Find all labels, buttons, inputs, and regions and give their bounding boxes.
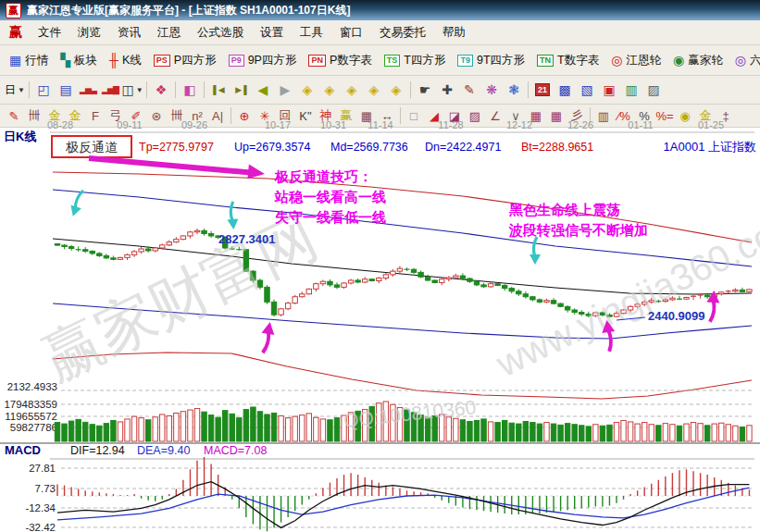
check-lines-button[interactable]: ∨ — [505, 106, 526, 125]
bow-tool-button[interactable]: 弓 — [106, 106, 126, 125]
next-bar-button[interactable]: ▶ — [274, 80, 296, 100]
menu-item-7[interactable]: 窗口 — [331, 22, 371, 43]
notes-button[interactable]: ▧ — [576, 80, 598, 100]
price-flag-button[interactable]: ‡ — [716, 106, 736, 125]
comb-2-button[interactable]: 卌 — [167, 106, 187, 125]
goto-last-button[interactable]: ▶▐ — [230, 80, 252, 100]
calculator-button[interactable]: ▩ — [554, 80, 576, 100]
gold-circle-button[interactable]: ◉ — [675, 106, 695, 125]
sectors-label: 板块 — [74, 53, 97, 68]
annotate-button[interactable]: ✎ — [458, 80, 480, 100]
calendar-button[interactable]: 21 — [531, 80, 554, 100]
k-quote-button[interactable]: K" — [295, 106, 316, 125]
rays-button[interactable]: ◢ — [424, 106, 444, 125]
pen-chart-button[interactable]: ✐ — [126, 106, 146, 125]
mail-export-button[interactable]: ▥ — [620, 80, 642, 100]
magenta-up-arrow — [258, 321, 277, 354]
sectors-button[interactable]: ▚板块 — [55, 50, 103, 71]
menu-item-1[interactable]: 浏览 — [69, 22, 109, 43]
volume-bars — [55, 402, 752, 441]
menu-item-3[interactable]: 江恩 — [149, 22, 189, 43]
circle-comb-button[interactable]: ⊛ — [146, 106, 167, 125]
menu-item-8[interactable]: 交易委托 — [371, 22, 434, 43]
ying-comb-button[interactable]: 赢 — [336, 106, 356, 125]
menu-item-2[interactable]: 资讯 — [109, 22, 149, 43]
ruler-123-button[interactable]: ▦ — [356, 106, 377, 125]
diamond-left-button[interactable]: ◈ — [296, 80, 318, 100]
goto-first-button[interactable]: ▌◀ — [207, 80, 230, 100]
box-net-button[interactable]: ▨ — [465, 106, 485, 125]
percent-slash-button[interactable]: ∕% — [614, 106, 634, 125]
channel-value: Up=2679.3574 — [234, 141, 310, 154]
square-spiral-button[interactable]: 回 — [275, 106, 295, 125]
channel-name-box[interactable] — [52, 136, 131, 157]
menu-item-6[interactable]: 工具 — [292, 22, 331, 43]
menu-item-5[interactable]: 设置 — [252, 22, 292, 43]
crosshair-button[interactable]: ✚ — [436, 80, 458, 100]
printer-button[interactable]: ▨ — [642, 80, 665, 100]
angle-lines-button[interactable]: ∠ — [485, 106, 505, 125]
n-square-button[interactable]: n² — [187, 106, 207, 125]
percent-line-button[interactable]: %= — [654, 106, 675, 125]
hexagon-button[interactable]: ◎六角形 — [729, 50, 760, 71]
pattern-button[interactable]: ❖ — [150, 80, 172, 100]
winner-wheel-button[interactable]: ◉赢家轮 — [667, 50, 729, 71]
menu-item-0[interactable]: 文件 — [30, 22, 69, 43]
t-square-button[interactable]: TST四方形 — [379, 50, 452, 71]
macd-axis-label: -32.42 — [25, 522, 56, 532]
annotation-text: 极反通道技巧： — [274, 168, 372, 184]
hand-button[interactable]: ☛ — [414, 80, 436, 100]
percent-button[interactable]: % — [634, 106, 654, 125]
prev-bar-button[interactable]: ◀ — [252, 80, 274, 100]
magenta-up-arrow — [601, 319, 618, 353]
grid-arrow-button[interactable]: ▦ — [546, 106, 567, 125]
gold-comb-1-button[interactable]: 金 — [44, 106, 65, 125]
diamond-h-button[interactable]: ◈ — [341, 80, 363, 100]
p-table-button[interactable]: PNP数字表 — [303, 50, 377, 71]
diamond-all-button[interactable]: ◈ — [385, 80, 407, 100]
column-chart-button[interactable]: ▥ — [593, 106, 614, 125]
measure-button[interactable]: ↔ — [377, 106, 397, 125]
cyan-down-arrow — [226, 202, 240, 230]
bars-9-button[interactable]: ▂▅▇ — [99, 80, 121, 100]
9t-square-button[interactable]: T99T四方形 — [452, 50, 530, 71]
shen-comb-button[interactable]: 神 — [316, 106, 336, 125]
period-day-button[interactable]: 日▼ — [4, 80, 26, 100]
gann-wheel-button[interactable]: ◎江恩轮 — [605, 50, 667, 71]
gold-char-button[interactable]: 金 — [695, 106, 716, 125]
quotes-label: 行情 — [25, 53, 48, 68]
gold-comb-2-button[interactable]: 金 — [65, 106, 85, 125]
grid-tool-button[interactable]: ▦ — [526, 106, 546, 125]
channel-value: Bt=2288.9651 — [521, 141, 593, 154]
zoom-area-button[interactable]: ◰ — [32, 80, 55, 100]
diamond-x-button[interactable]: ◈ — [363, 80, 385, 100]
diamond-right-button[interactable]: ◈ — [318, 80, 341, 100]
a-line-button[interactable]: A| — [207, 106, 228, 125]
save-button[interactable]: ▣ — [598, 80, 620, 100]
menu-item-9[interactable]: 帮助 — [434, 22, 474, 43]
watermark-text: 赢家财富网 — [32, 204, 328, 393]
menu-item-4[interactable]: 公式选股 — [189, 22, 252, 43]
info-panel-button[interactable]: ▤ — [55, 80, 77, 100]
frame-box-button[interactable]: □ — [404, 106, 424, 125]
p-square-button[interactable]: PSP四方形 — [148, 50, 222, 71]
drawing-toolbar: ✎卌金金F弓✐⊛卌n²A|⊕✳回K"神赢▦↔□◢◪▨∠∨▦▦彡▥∕%%%=◉金‡ — [0, 105, 760, 128]
candle-style-button[interactable]: ◫▼ — [121, 80, 143, 100]
spectrum-button[interactable]: ◧ — [179, 80, 201, 100]
smart-tool-button[interactable]: ❃ — [503, 80, 525, 100]
gann-circle-button[interactable]: ⊕ — [234, 106, 255, 125]
9p-square-button[interactable]: P99P四方形 — [223, 50, 303, 71]
t-table-button[interactable]: TNT数字表 — [531, 50, 604, 71]
red-pen-button[interactable]: ✎ — [4, 106, 24, 125]
peak-price-label: 2827.3401 — [218, 232, 275, 246]
quotes-button[interactable]: ▦行情 — [4, 50, 54, 71]
kline-button[interactable]: ╫K线 — [104, 50, 147, 71]
star-burst-button[interactable]: ✳ — [255, 106, 275, 125]
bars-3-button[interactable]: ▂▅▃ — [77, 80, 99, 100]
hatch-button[interactable]: 彡 — [567, 106, 587, 125]
comb-button[interactable]: 卌 — [24, 106, 44, 125]
f-comb-button[interactable]: F — [85, 106, 106, 125]
toolbar-separator — [590, 107, 591, 124]
flower-tool-button[interactable]: ❋ — [480, 80, 503, 100]
box-rays-button[interactable]: ◪ — [444, 106, 465, 125]
